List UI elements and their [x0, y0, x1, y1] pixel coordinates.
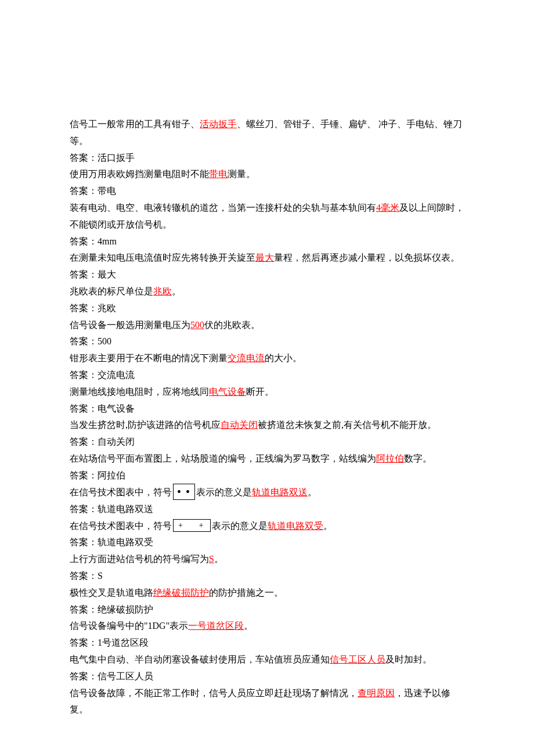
answer-line: 答案：信号工区人员 [70, 668, 464, 685]
answer-line: 答案：带电 [70, 183, 464, 200]
answer-line: 答案：最大 [70, 267, 464, 283]
answer-text: 交流电流 [98, 370, 135, 380]
q-text: 伏的兆欧表。 [204, 320, 260, 330]
q-text: 测量。 [228, 169, 255, 179]
question-text: 信号设备编号中的"1DG"表示一号道岔区段。 [70, 618, 464, 635]
q-text: 在信号技术图表中，符号 [70, 521, 172, 531]
answer-label: 答案： [70, 236, 98, 246]
answer-text: 活口扳手 [98, 153, 135, 163]
question-text: 测量地线接地电阻时，应将地线同电气设备断开。 [70, 384, 464, 401]
answer-text: 兆欧 [98, 303, 116, 313]
q-text: 上行方面进站信号机的符号编写为 [70, 554, 209, 564]
answer-text: 阿拉伯 [98, 470, 125, 480]
answer-label: 答案： [70, 303, 98, 313]
q-text: 电气集中自动、半自动闭塞设备破封使用后，车站值班员应通知 [70, 654, 330, 664]
q-text: 在站场信号平面布置图上，站场股道的编号，正线编为罗马数字，站线编为 [70, 453, 376, 463]
q-text: 。 [308, 487, 317, 497]
q-text: 量程，然后再逐步减小量程，以免损坏仪表。 [274, 253, 460, 262]
answer-label: 答案： [70, 504, 98, 514]
question-text: 在信号技术图表中，符号+ +表示的意义是轨道电路双受。 [70, 518, 464, 535]
answer-line: 答案：轨道电路双送 [70, 501, 464, 518]
question-text: 信号设备故障，不能正常工作时，信号人员应立即赶赴现场了解情况，查明原因，迅速予以… [70, 685, 464, 719]
q-text: 极性交叉是轨道电路 [70, 588, 153, 597]
q-text: 装有电动、电空、电液转辙机的道岔，当第一连接杆处的尖轨与基本轨间有 [70, 203, 376, 213]
answer-line: 答案：活口扳手 [70, 150, 464, 167]
q-text: 的防护措施之一。 [209, 588, 283, 597]
question-text: 兆欧表的标尺单位是兆欧。 [70, 283, 464, 300]
q-text: 测量地线接地电阻时，应将地线同 [70, 387, 209, 397]
symbol-box-plus-icon: + + [173, 519, 211, 532]
q-highlight: S [209, 554, 214, 564]
question-text: 钳形表主要用于在不断电的情况下测量交流电流的大小。 [70, 350, 464, 367]
q-text: 被挤道岔未恢复之前,有关信号机不能开放。 [258, 420, 436, 430]
q-text: 信号设备故障，不能正常工作时，信号人员应立即赶赴现场了解情况， [70, 688, 358, 698]
q-text: 信号工一般常用的工具有钳子、 [70, 119, 200, 129]
question-text: 装有电动、电空、电液转辙机的道岔，当第一连接杆处的尖轨与基本轨间有4毫米及以上间… [70, 200, 464, 233]
q-text: 当发生挤岔时,防护该进路的信号机应 [70, 420, 221, 430]
q-text: 。 [323, 521, 333, 531]
q-highlight: 电气设备 [209, 387, 246, 397]
answer-line: 答案：电气设备 [70, 401, 464, 417]
answer-label: 答案： [70, 470, 98, 480]
q-text: 钳形表主要用于在不断电的情况下测量 [70, 353, 228, 363]
q-text: 在测量未知电压电流值时应先将转换开关旋至 [70, 253, 255, 262]
answer-label: 答案： [70, 537, 98, 547]
answer-label: 答案： [70, 638, 98, 647]
answer-label: 答案： [70, 370, 98, 380]
question-text: 使用万用表欧姆挡测量电阻时不能带电测量。 [70, 166, 464, 183]
answer-line: 答案：阿拉伯 [70, 467, 464, 484]
q-highlight: 4毫米 [376, 203, 399, 213]
question-text: 在测量未知电压电流值时应先将转换开关旋至最大量程，然后再逐步减小量程，以免损坏仪… [70, 250, 464, 267]
answer-text: 500 [98, 336, 111, 346]
answer-label: 答案： [70, 404, 98, 413]
answer-text: 轨道电路双受 [98, 537, 153, 547]
q-text: 及时加封。 [385, 654, 432, 664]
answer-text: 最大 [98, 269, 116, 279]
q-text: 兆欧表的标尺单位是 [70, 286, 153, 296]
q-text: 。 [172, 286, 181, 296]
q-text: 信号设备一般选用测量电压为 [70, 320, 190, 330]
q-text: 表示的意义是 [212, 521, 268, 531]
q-highlight: 轨道电路双送 [252, 487, 308, 497]
answer-label: 答案： [70, 269, 98, 279]
q-highlight: 带电 [209, 169, 228, 179]
answer-label: 答案： [70, 186, 98, 196]
answer-line: 答案：轨道电路双受 [70, 534, 464, 551]
q-highlight: 最大 [255, 253, 274, 262]
q-text: 在信号技术图表中，符号 [70, 487, 172, 497]
q-highlight: 查明原因 [358, 688, 395, 698]
q-text: 使用万用表欧姆挡测量电阻时不能 [70, 169, 209, 179]
question-text: 信号设备一般选用测量电压为500伏的兆欧表。 [70, 317, 464, 334]
question-text: 在信号技术图表中，符号••表示的意义是轨道电路双送。 [70, 484, 464, 501]
answer-text: 带电 [98, 186, 116, 196]
answer-text: 绝缘破损防护 [98, 604, 153, 614]
answer-line: 答案：S [70, 568, 464, 585]
q-highlight: 信号工区人员 [330, 654, 385, 664]
answer-text: 电气设备 [98, 404, 135, 413]
answer-line: 答案：绝缘破损防护 [70, 602, 464, 618]
answer-label: 答案： [70, 604, 98, 614]
q-highlight: 500 [190, 320, 204, 330]
q-text: 。 [244, 621, 253, 631]
document-content: 信号工一般常用的工具有钳子、活动扳手、螺丝刀、管钳子、手锤、扁铲、 冲子、手电钻… [70, 116, 464, 718]
q-text: 的大小。 [265, 353, 302, 363]
answer-text: 自动关闭 [98, 437, 135, 447]
answer-text: 4mm [98, 236, 117, 246]
q-text: 信号设备编号中的"1DG"表示 [70, 621, 188, 631]
q-highlight: 自动关闭 [221, 420, 258, 430]
q-text: 。 [214, 554, 223, 564]
q-highlight: 阿拉伯 [376, 453, 404, 463]
answer-line: 答案：自动关闭 [70, 434, 464, 451]
q-highlight: 一号道岔区段 [188, 621, 244, 631]
answer-text: 1号道岔区段 [98, 638, 149, 647]
question-text: 极性交叉是轨道电路绝缘破损防护的防护措施之一。 [70, 585, 464, 602]
question-text: 上行方面进站信号机的符号编写为S。 [70, 551, 464, 568]
q-text: 表示的意义是 [196, 487, 252, 497]
q-highlight: 绝缘破损防护 [153, 588, 209, 597]
answer-label: 答案： [70, 336, 98, 346]
question-text: 电气集中自动、半自动闭塞设备破封使用后，车站值班员应通知信号工区人员及时加封。 [70, 651, 464, 668]
answer-text: 轨道电路双送 [98, 504, 153, 514]
q-highlight: 交流电流 [228, 353, 265, 363]
answer-line: 答案：500 [70, 333, 464, 350]
answer-label: 答案： [70, 153, 98, 163]
